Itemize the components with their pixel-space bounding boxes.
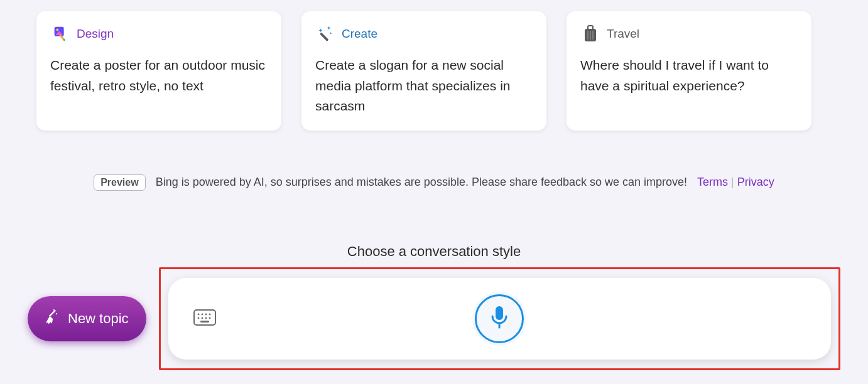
svg-point-18 [197, 317, 199, 319]
new-topic-button[interactable]: New topic [28, 296, 146, 341]
terms-link[interactable]: Terms [697, 176, 728, 188]
disclaimer-row: Preview Bing is powered by AI, so surpri… [0, 174, 868, 191]
conversation-style-heading: Choose a conversation style [0, 243, 868, 260]
suggestion-card-design[interactable]: Design Create a poster for an outdoor mu… [36, 11, 281, 131]
card-title: Travel [607, 27, 639, 41]
svg-point-14 [197, 314, 199, 316]
separator: | [731, 176, 737, 188]
svg-point-20 [205, 317, 207, 319]
luggage-icon [580, 24, 600, 44]
microphone-icon [489, 305, 509, 333]
card-header: Create [315, 24, 533, 44]
microphone-button[interactable] [475, 294, 524, 343]
svg-rect-4 [320, 32, 329, 41]
svg-point-21 [209, 317, 210, 319]
disclaimer-text: Bing is powered by AI, so surprises and … [156, 176, 687, 189]
input-highlight-annotation [159, 267, 840, 370]
new-topic-label: New topic [68, 311, 129, 327]
svg-point-15 [201, 314, 203, 316]
svg-rect-22 [200, 321, 209, 323]
privacy-link[interactable]: Privacy [737, 176, 774, 188]
broom-icon [43, 309, 59, 329]
svg-point-17 [209, 314, 210, 316]
svg-point-11 [56, 313, 57, 314]
card-header: Design [50, 24, 268, 44]
magic-wand-icon [315, 24, 335, 44]
svg-point-16 [205, 314, 207, 316]
card-body: Create a slogan for a new social media p… [315, 55, 533, 117]
svg-point-1 [56, 29, 58, 31]
svg-rect-23 [496, 306, 503, 320]
card-body: Create a poster for an outdoor music fes… [50, 55, 268, 96]
card-title: Design [77, 27, 114, 41]
card-body: Where should I travel if I want to have … [580, 55, 798, 96]
svg-point-12 [53, 309, 55, 311]
card-header: Travel [580, 24, 798, 44]
chat-input-bar[interactable] [168, 278, 831, 360]
keyboard-icon[interactable] [193, 309, 216, 328]
suggestion-card-create[interactable]: Create Create a slogan for a new social … [301, 11, 546, 131]
suggestion-card-travel[interactable]: Travel Where should I travel if I want t… [567, 11, 811, 131]
suggestion-cards-row: Design Create a poster for an outdoor mu… [0, 0, 868, 131]
svg-point-19 [201, 317, 203, 319]
design-icon [50, 24, 70, 44]
bottom-row: New topic [0, 267, 868, 370]
svg-rect-13 [194, 310, 215, 325]
card-title: Create [342, 27, 377, 41]
svg-rect-7 [588, 26, 593, 29]
svg-point-5 [330, 33, 331, 34]
preview-badge: Preview [94, 174, 145, 191]
